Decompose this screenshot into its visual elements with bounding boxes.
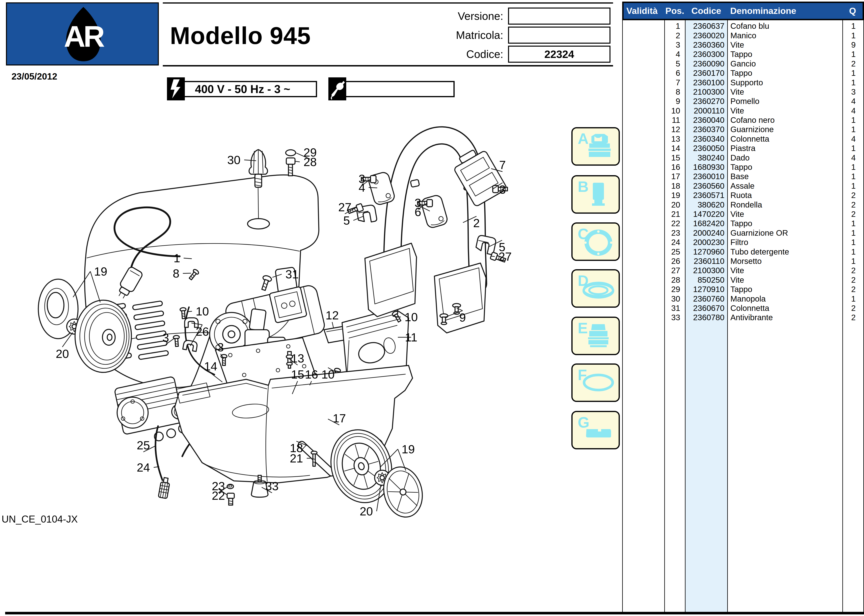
table-row: 102000110Vite4: [622, 106, 864, 115]
part-tappo-6: [420, 194, 448, 229]
callout-4: 4: [358, 181, 365, 194]
matricola-label: Matricola:: [456, 29, 503, 41]
page-title: Modello 945: [170, 22, 311, 50]
callout-19: 19: [94, 265, 107, 278]
svg-text:AR: AR: [64, 20, 104, 53]
callout-24: 24: [137, 461, 150, 474]
callout-1: 1: [173, 251, 180, 265]
field-row-codice: Codice: 22324: [425, 46, 610, 63]
voltage-spec: 400 V - 50 Hz - 3 ~: [195, 83, 290, 96]
revision-date: 23/05/2012: [11, 71, 57, 82]
table-row: 15380240Dado4: [622, 153, 864, 162]
callout-12: 12: [326, 309, 339, 322]
table-row: 251270960Tubo detergente1: [622, 247, 864, 256]
part-tappo-29: [286, 150, 296, 156]
callout-3: 3: [499, 183, 506, 196]
part-filtro: [158, 477, 170, 498]
callout-2: 2: [473, 217, 480, 230]
table-row: 82100300Vite3: [622, 87, 864, 97]
table-row: 302360760Manopola1: [622, 294, 864, 303]
callout-27: 27: [338, 201, 352, 214]
header-q: Q: [843, 6, 862, 16]
field-row-matricola: Matricola:: [425, 27, 610, 44]
ar-logo-icon: AR: [7, 3, 160, 64]
table-row: 132360340Colonnetta4: [622, 134, 864, 144]
table-row: 332360780Antivibrante2: [622, 313, 864, 322]
callout-26: 26: [196, 325, 209, 338]
voltage-spec-box: 400 V - 50 Hz - 3 ~: [168, 81, 317, 97]
callout-28: 28: [304, 156, 317, 169]
title-block-bottom-rule: [163, 65, 613, 66]
exploded-diagram: 3029283427536732527183119102632031413151…: [0, 107, 586, 587]
bottom-rule: [5, 612, 864, 614]
callout-22: 22: [212, 489, 225, 502]
callout-25: 25: [137, 438, 150, 452]
table-row: 182360560Assale1: [622, 181, 864, 191]
callout-20: 20: [360, 505, 373, 518]
callout-10: 10: [405, 311, 418, 324]
callout-11: 11: [405, 331, 417, 344]
table-row: 112360040Cofano nero1: [622, 115, 864, 125]
callout-20: 20: [56, 347, 69, 360]
matricola-field[interactable]: [508, 27, 610, 44]
table-row: 272100300Vite2: [622, 266, 864, 275]
callout-19: 19: [402, 443, 415, 456]
callout-16: 16: [305, 368, 318, 381]
callout-33: 33: [265, 479, 279, 493]
table-row: 161680930Tappo1: [622, 162, 864, 172]
callout-14: 14: [204, 360, 218, 373]
table-body: 12360637Cofano blu122360020Manico1323603…: [622, 21, 864, 322]
callout-6: 6: [415, 205, 421, 218]
header-denominazione: Denominazione: [727, 6, 843, 16]
parts-table: Validità Pos. Codice Denominazione Q 123…: [622, 2, 864, 613]
table-row: 232000240Guarnizione OR1: [622, 228, 864, 238]
header-codice: Codice: [685, 6, 727, 16]
versione-field[interactable]: [508, 8, 610, 25]
part-tappo-22: [227, 493, 234, 505]
table-row: 192360571Ruota2: [622, 191, 864, 200]
callout-10: 10: [322, 368, 335, 381]
callout-17: 17: [333, 412, 346, 425]
table-row: 211470220Vite2: [622, 209, 864, 219]
callout-5: 5: [343, 214, 350, 227]
header-validita: Validità: [624, 6, 664, 16]
table-row: 32360360Vite9: [622, 40, 864, 50]
plug-spec-box: [330, 81, 455, 97]
table-row: 262360110Morsetto1: [622, 256, 864, 266]
table-row: 312360670Colonnetta2: [622, 303, 864, 313]
part-ruota-left: [75, 300, 131, 372]
lightning-icon: [167, 77, 185, 101]
table-row: 42360300Tappo1: [622, 50, 864, 59]
table-row: 62360170Tappo1: [622, 68, 864, 78]
callout-21: 21: [290, 452, 303, 465]
callout-9: 9: [459, 311, 466, 324]
table-row: 122360370Guarnizione1: [622, 125, 864, 134]
callout-27: 27: [498, 250, 512, 263]
table-row: 142360050Piastra1: [622, 144, 864, 153]
codice-field[interactable]: 22324: [508, 46, 610, 63]
table-row: 242000230Filtro1: [622, 238, 864, 247]
table-row: 28850250Vite2: [622, 275, 864, 285]
table-row: 22360020Manico1: [622, 31, 864, 40]
table-row: 92360270Pomello4: [622, 97, 864, 106]
brand-logo-box: AR: [6, 2, 159, 66]
callout-13: 13: [291, 352, 304, 365]
parts-catalog-page: AR 23/05/2012 Modello 945 Versione: Matr…: [0, 0, 864, 616]
callout-30: 30: [227, 153, 241, 167]
plug-icon: [328, 77, 346, 101]
part-vite-28: [286, 158, 295, 176]
field-row-versione: Versione:: [425, 8, 610, 25]
callout-7: 7: [499, 158, 506, 171]
table-row: 20380620Rondella2: [622, 200, 864, 209]
callout-3: 3: [217, 341, 224, 354]
plug-part-icon: [580, 178, 616, 212]
callout-31: 31: [285, 268, 299, 281]
table-row: 12360637Cofano blu1: [622, 21, 864, 31]
table-header: Validità Pos. Codice Denominazione Q: [622, 2, 864, 20]
callout-10: 10: [196, 305, 209, 318]
callout-8: 8: [173, 267, 179, 280]
header-pos: Pos.: [664, 6, 685, 16]
part-guarnizione-or: [227, 484, 233, 489]
codice-label: Codice:: [466, 48, 503, 61]
cap-icon: [580, 130, 616, 164]
